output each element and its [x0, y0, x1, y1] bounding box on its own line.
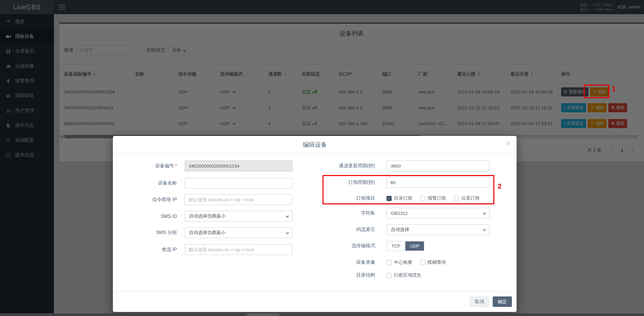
modal-footer: 取消 确定 [113, 291, 517, 312]
field-stream-mode: 流传输模式 TCP UDP [311, 241, 500, 251]
page-horizontal-scrollbar[interactable] [0, 313, 644, 316]
field-recv-ip: 收流 IP [113, 244, 302, 255]
annotation-number-1: 1 [612, 85, 616, 93]
stream-mode-toggle: TCP UDP [387, 241, 424, 251]
field-device-record: 设备录像 中心检索 模糊查询 [311, 257, 500, 267]
signal-contact-ip-input[interactable] [185, 194, 293, 205]
device-name-input[interactable] [185, 178, 293, 189]
checkbox-icon[interactable] [387, 273, 392, 278]
field-channel-refresh: 通道更新周期(秒) [311, 161, 500, 171]
checkbox-fuzzy-query[interactable]: 模糊查询 [420, 259, 446, 265]
required-mark: * [175, 163, 177, 168]
channel-refresh-input[interactable] [387, 161, 490, 171]
confirm-button[interactable]: 确定 [493, 296, 512, 307]
sms-group-select[interactable]: 自动选择负载最小 [185, 227, 293, 238]
tcp-option[interactable]: TCP [387, 241, 405, 251]
checkbox-icon[interactable] [420, 260, 425, 265]
checkbox-center-search[interactable]: 中心检索 [387, 259, 412, 265]
field-signal-ip: 信令联络 IP [113, 194, 302, 205]
stream-receive-ip-input[interactable] [185, 244, 293, 255]
close-icon[interactable]: × [506, 140, 511, 147]
modal-header: 编辑设备 × [113, 136, 517, 154]
chevron-down-icon [483, 211, 486, 215]
stream-index-select[interactable]: 自动选择 [387, 224, 490, 235]
field-charset: 字符集 GB2312 [311, 208, 500, 219]
field-device-id: 设备编号* [113, 161, 302, 171]
annotation-box-step2 [323, 175, 494, 204]
sms-id-select[interactable]: 自动选择负载最小 [185, 211, 293, 222]
chevron-down-icon [483, 228, 486, 231]
cancel-button[interactable]: 取消 [470, 296, 489, 307]
field-stream-index: 码流索引 自动选择 [311, 224, 500, 235]
field-sms-id: SMS ID 自动选择负载最小 [113, 211, 302, 222]
edit-device-modal: 编辑设备 × 设备编号* 设备名称 信令联络 IP SMS ID 自动选择负载最… [113, 136, 517, 312]
checkbox-icon[interactable] [387, 260, 392, 265]
device-id-input [185, 161, 293, 171]
udp-option[interactable]: UDP [405, 241, 424, 251]
chevron-down-icon [286, 214, 289, 218]
field-sms-group: SMS 分组 自动选择负载最小 [113, 227, 302, 238]
scrollbar-thumb[interactable] [247, 314, 279, 316]
modal-title: 编辑设备 [303, 141, 327, 149]
field-device-name: 设备名称 [113, 178, 302, 189]
checkbox-admin-region-first[interactable]: 行政区域优先 [387, 272, 421, 278]
chevron-down-icon [286, 231, 289, 234]
annotation-box-step1 [584, 85, 609, 98]
annotation-number-2: 2 [498, 182, 501, 190]
field-dir-structure: 目录结构 行政区域优先 [311, 270, 500, 280]
charset-select[interactable]: GB2312 [387, 208, 490, 219]
